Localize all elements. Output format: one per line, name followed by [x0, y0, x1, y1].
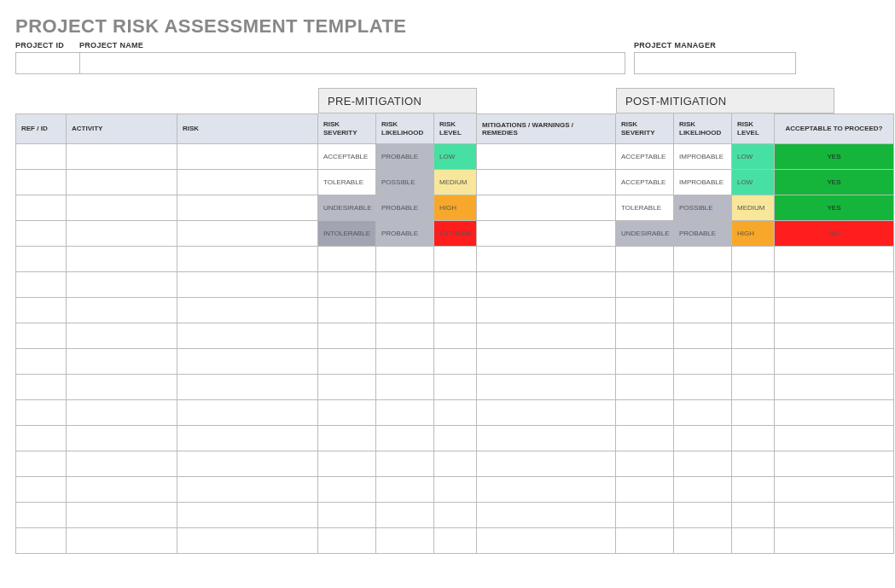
empty-cell[interactable]	[616, 272, 674, 298]
empty-cell[interactable]	[732, 400, 775, 426]
empty-cell[interactable]	[616, 247, 674, 272]
cell-proceed[interactable]: NO	[775, 221, 894, 247]
empty-cell[interactable]	[434, 349, 477, 375]
cell-pre-level[interactable]: HIGH	[434, 195, 477, 221]
empty-cell[interactable]	[15, 375, 67, 400]
empty-cell[interactable]	[318, 400, 376, 426]
cell-pre-likelihood[interactable]: POSSIBLE	[376, 170, 434, 195]
empty-cell[interactable]	[15, 503, 67, 528]
empty-cell[interactable]	[434, 426, 477, 451]
empty-cell[interactable]	[434, 400, 477, 426]
empty-cell[interactable]	[67, 298, 177, 323]
empty-cell[interactable]	[616, 349, 674, 375]
empty-cell[interactable]	[434, 298, 477, 323]
empty-cell[interactable]	[732, 272, 775, 298]
empty-cell[interactable]	[318, 323, 376, 349]
empty-cell[interactable]	[318, 426, 376, 451]
empty-cell[interactable]	[177, 503, 318, 528]
empty-cell[interactable]	[376, 400, 434, 426]
project-name-input[interactable]	[79, 52, 625, 74]
empty-cell[interactable]	[15, 528, 67, 554]
empty-cell[interactable]	[477, 426, 616, 451]
empty-cell[interactable]	[477, 247, 616, 272]
cell-post-level[interactable]: LOW	[732, 144, 775, 170]
cell-ref[interactable]	[15, 170, 67, 195]
empty-cell[interactable]	[434, 247, 477, 272]
cell-activity[interactable]	[67, 221, 177, 247]
empty-cell[interactable]	[732, 503, 775, 528]
empty-cell[interactable]	[477, 298, 616, 323]
empty-cell[interactable]	[775, 426, 894, 451]
empty-cell[interactable]	[616, 400, 674, 426]
empty-cell[interactable]	[318, 298, 376, 323]
empty-cell[interactable]	[674, 375, 732, 400]
empty-cell[interactable]	[434, 528, 477, 554]
cell-post-level[interactable]: LOW	[732, 170, 775, 195]
empty-cell[interactable]	[67, 349, 177, 375]
cell-post-severity[interactable]: ACCEPTABLE	[616, 170, 674, 195]
empty-cell[interactable]	[15, 298, 67, 323]
cell-pre-level[interactable]: LOW	[434, 144, 477, 170]
empty-cell[interactable]	[177, 323, 318, 349]
empty-cell[interactable]	[775, 503, 894, 528]
empty-cell[interactable]	[434, 451, 477, 477]
empty-cell[interactable]	[775, 298, 894, 323]
cell-pre-likelihood[interactable]: PROBABLE	[376, 221, 434, 247]
empty-cell[interactable]	[616, 375, 674, 400]
empty-cell[interactable]	[15, 451, 67, 477]
project-id-input[interactable]	[15, 52, 79, 74]
empty-cell[interactable]	[318, 349, 376, 375]
empty-cell[interactable]	[434, 477, 477, 503]
cell-pre-level[interactable]: EXTREME	[434, 221, 477, 247]
empty-cell[interactable]	[775, 528, 894, 554]
empty-cell[interactable]	[177, 451, 318, 477]
cell-pre-severity[interactable]: ACCEPTABLE	[318, 144, 376, 170]
empty-cell[interactable]	[616, 426, 674, 451]
empty-cell[interactable]	[732, 247, 775, 272]
empty-cell[interactable]	[732, 323, 775, 349]
cell-post-severity[interactable]: UNDESIRABLE	[616, 221, 674, 247]
cell-pre-severity[interactable]: INTOLERABLE	[318, 221, 376, 247]
empty-cell[interactable]	[15, 477, 67, 503]
empty-cell[interactable]	[67, 247, 177, 272]
empty-cell[interactable]	[67, 375, 177, 400]
empty-cell[interactable]	[67, 477, 177, 503]
empty-cell[interactable]	[775, 375, 894, 400]
empty-cell[interactable]	[318, 503, 376, 528]
empty-cell[interactable]	[376, 375, 434, 400]
cell-post-level[interactable]: MEDIUM	[732, 195, 775, 221]
cell-mitigations[interactable]	[477, 170, 616, 195]
empty-cell[interactable]	[376, 451, 434, 477]
cell-mitigations[interactable]	[477, 195, 616, 221]
empty-cell[interactable]	[674, 298, 732, 323]
empty-cell[interactable]	[376, 528, 434, 554]
cell-ref[interactable]	[15, 195, 67, 221]
empty-cell[interactable]	[775, 247, 894, 272]
empty-cell[interactable]	[732, 349, 775, 375]
cell-risk[interactable]	[177, 144, 318, 170]
empty-cell[interactable]	[177, 298, 318, 323]
empty-cell[interactable]	[732, 375, 775, 400]
empty-cell[interactable]	[477, 323, 616, 349]
empty-cell[interactable]	[376, 298, 434, 323]
cell-post-likelihood[interactable]: IMPROBABLE	[674, 144, 732, 170]
empty-cell[interactable]	[477, 528, 616, 554]
empty-cell[interactable]	[674, 272, 732, 298]
cell-post-severity[interactable]: ACCEPTABLE	[616, 144, 674, 170]
empty-cell[interactable]	[15, 323, 67, 349]
project-manager-input[interactable]	[634, 52, 796, 74]
empty-cell[interactable]	[477, 400, 616, 426]
empty-cell[interactable]	[67, 272, 177, 298]
empty-cell[interactable]	[376, 272, 434, 298]
empty-cell[interactable]	[67, 400, 177, 426]
empty-cell[interactable]	[376, 477, 434, 503]
cell-post-likelihood[interactable]: IMPROBABLE	[674, 170, 732, 195]
empty-cell[interactable]	[732, 477, 775, 503]
cell-activity[interactable]	[67, 170, 177, 195]
empty-cell[interactable]	[67, 528, 177, 554]
empty-cell[interactable]	[674, 528, 732, 554]
empty-cell[interactable]	[376, 323, 434, 349]
cell-activity[interactable]	[67, 195, 177, 221]
empty-cell[interactable]	[616, 528, 674, 554]
empty-cell[interactable]	[674, 400, 732, 426]
